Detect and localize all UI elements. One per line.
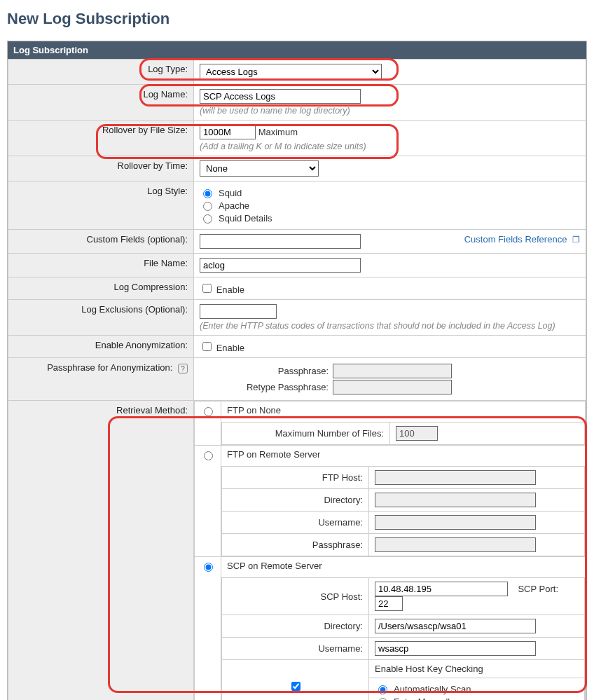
log-style-apache-radio[interactable] xyxy=(203,202,212,211)
rollover-size-hint: (Add a trailing K or M to indicate size … xyxy=(200,142,580,151)
label-compression: Log Compression: xyxy=(8,277,194,300)
ftp-host-label: FTP Host: xyxy=(222,467,369,489)
enable-hostkey-label: Enable Host Key Checking xyxy=(369,660,584,678)
anonymization-enable-text: Enable xyxy=(216,343,244,353)
log-name-hint: (will be used to name the log directory) xyxy=(200,106,580,116)
log-subscription-panel: Log Subscription Log Type: Access Logs L… xyxy=(7,41,587,700)
scp-username-label: Username: xyxy=(222,638,369,660)
compression-checkbox[interactable] xyxy=(202,284,212,293)
scp-port-input[interactable] xyxy=(375,596,403,611)
passphrase-label: Passphrase: xyxy=(200,366,333,376)
ftp-passphrase-label: Passphrase: xyxy=(222,534,369,556)
hostkey-auto-label: Automatically Scan xyxy=(394,684,471,694)
label-rollover-size: Rollover by File Size: xyxy=(8,121,194,156)
label-file-name: File Name: xyxy=(8,254,194,277)
retype-passphrase-label: Retype Passphrase: xyxy=(200,382,333,392)
file-name-input[interactable] xyxy=(200,258,361,273)
label-custom-fields: Custom Fields (optional): xyxy=(8,230,194,254)
anonymization-checkbox[interactable] xyxy=(202,342,212,351)
scp-username-input[interactable] xyxy=(375,641,536,656)
log-style-squid-label: Squid xyxy=(219,188,242,198)
scp-remote-label: SCP on Remote Server xyxy=(221,557,585,575)
hostkey-auto-radio[interactable] xyxy=(378,685,387,694)
max-files-label: Maximum Number of Files: xyxy=(222,423,390,445)
exclusions-hint: (Enter the HTTP status codes of transact… xyxy=(200,321,580,331)
custom-fields-input[interactable] xyxy=(200,234,361,249)
log-style-squiddetails-radio[interactable] xyxy=(203,214,212,224)
rollover-time-select[interactable]: None xyxy=(200,160,319,177)
anon-retype-passphrase-input xyxy=(333,380,452,394)
ftp-username-label: Username: xyxy=(222,512,369,534)
popout-icon: ❐ xyxy=(572,235,580,245)
log-type-select[interactable]: Access Logs xyxy=(200,64,382,80)
log-style-apache-label: Apache xyxy=(219,200,249,211)
ftp-passphrase-input xyxy=(375,537,536,552)
retrieval-ftp-remote-radio[interactable] xyxy=(204,451,213,460)
ftp-username-input xyxy=(375,515,536,530)
hostkey-manual-label: Enter Manually xyxy=(394,696,455,701)
scp-directory-label: Directory: xyxy=(222,615,369,638)
exclusions-input[interactable] xyxy=(200,304,277,319)
compression-enable-text: Enable xyxy=(216,284,244,295)
retrieval-ftp-none-radio[interactable] xyxy=(204,407,213,416)
scp-host-label: SCP Host: xyxy=(222,578,369,615)
help-icon[interactable]: ? xyxy=(178,364,188,373)
ftp-host-input xyxy=(375,470,536,485)
ftp-directory-input xyxy=(375,493,536,507)
anon-passphrase-input xyxy=(333,364,452,378)
label-exclusions: Log Exclusions (Optional): xyxy=(8,300,194,336)
enable-hostkey-checkbox[interactable] xyxy=(291,682,301,691)
ftp-none-label: FTP on None xyxy=(221,402,585,419)
label-rollover-time: Rollover by Time: xyxy=(8,156,194,181)
log-name-input[interactable] xyxy=(200,89,361,104)
label-log-type: Log Type: xyxy=(8,60,194,85)
ftp-directory-label: Directory: xyxy=(222,489,369,512)
ftp-remote-label: FTP on Remote Server xyxy=(221,446,585,463)
label-log-name: Log Name: xyxy=(8,85,194,121)
label-anon-passphrase: Passphrase for Anonymization: ? xyxy=(8,358,194,401)
max-files-input xyxy=(396,426,438,441)
scp-host-input[interactable] xyxy=(375,582,508,596)
label-retrieval: Retrieval Method: xyxy=(8,401,194,701)
label-anonymization: Enable Anonymization: xyxy=(8,336,194,358)
log-style-squid-radio[interactable] xyxy=(203,189,212,198)
scp-port-label: SCP Port: xyxy=(518,584,558,594)
scp-directory-input[interactable] xyxy=(375,619,536,633)
rollover-size-input[interactable] xyxy=(200,125,256,139)
panel-header: Log Subscription xyxy=(8,41,586,59)
label-log-style: Log Style: xyxy=(8,181,194,230)
custom-fields-reference-link[interactable]: Custom Fields Reference xyxy=(464,234,567,245)
page-title: New Log Subscription xyxy=(7,10,587,28)
retrieval-scp-remote-radio[interactable] xyxy=(204,563,213,572)
rollover-size-suffix: Maximum xyxy=(258,127,298,137)
log-style-squiddetails-label: Squid Details xyxy=(219,213,272,224)
